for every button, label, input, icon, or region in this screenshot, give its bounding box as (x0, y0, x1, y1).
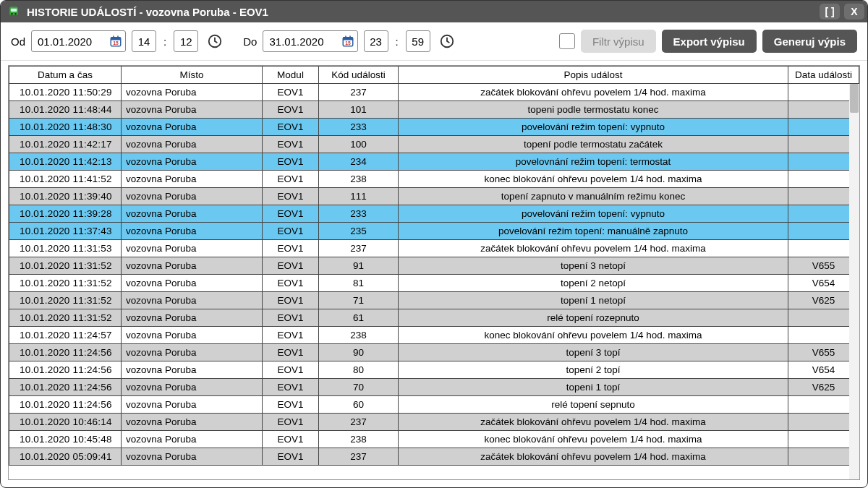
cell-place: vozovna Poruba (122, 101, 263, 119)
calendar-icon[interactable]: 15 (341, 35, 354, 48)
cell-module: EOV1 (263, 84, 319, 101)
cell-module: EOV1 (263, 153, 319, 171)
cell-module: EOV1 (263, 188, 319, 205)
svg-rect-13 (349, 36, 351, 39)
cell-code: 238 (319, 171, 399, 188)
scrollbar-thumb[interactable] (850, 84, 859, 113)
cell-code: 237 (319, 84, 399, 101)
svg-point-2 (11, 13, 13, 15)
cell-place: vozovna Poruba (122, 136, 263, 153)
cell-datetime: 10.01.2020 11:50:29 (9, 84, 122, 101)
cell-desc: topení 1 netopí (399, 292, 788, 309)
filter-checkbox[interactable] (559, 33, 575, 49)
scrollbar[interactable] (849, 84, 859, 479)
cell-module: EOV1 (263, 136, 319, 153)
window-title: HISTORIE UDÁLOSTÍ - vozovna Poruba - EOV… (27, 6, 815, 18)
from-date-input[interactable]: 01.01.2020 15 (31, 30, 126, 52)
to-min-input[interactable]: 59 (406, 30, 430, 52)
from-label: Od (11, 35, 25, 48)
cell-place: vozovna Poruba (122, 379, 263, 396)
table-row[interactable]: 10.01.2020 11:42:13vozovna PorubaEOV1234… (9, 153, 859, 171)
table-row[interactable]: 10.01.2020 11:42:17vozovna PorubaEOV1100… (9, 136, 859, 153)
to-hour-input[interactable]: 23 (364, 30, 388, 52)
cell-desc: začátek blokování ohřevu povelem 1/4 hod… (399, 240, 788, 257)
cell-module: EOV1 (263, 431, 319, 448)
cell-code: 71 (319, 292, 399, 309)
filter-button[interactable]: Filtr výpisu (581, 30, 656, 53)
calendar-icon[interactable]: 15 (109, 35, 122, 48)
cell-desc: topení 3 netopí (399, 257, 788, 275)
svg-point-3 (14, 13, 17, 15)
cell-module: EOV1 (263, 240, 319, 257)
table-row[interactable]: 10.01.2020 11:24:56vozovna PorubaEOV160r… (9, 396, 859, 414)
table-row[interactable]: 10.01.2020 11:24:56vozovna PorubaEOV190t… (9, 344, 859, 361)
table-row[interactable]: 10.01.2020 05:09:41vozovna PorubaEOV1237… (9, 448, 859, 466)
table-row[interactable]: 10.01.2020 11:39:40vozovna PorubaEOV1111… (9, 188, 859, 205)
cell-data (788, 171, 859, 188)
table-row[interactable]: 10.01.2020 11:31:52vozovna PorubaEOV191t… (9, 257, 859, 275)
cell-desc: topení zapnuto v manuálním režimu konec (399, 188, 788, 205)
col-place[interactable]: Místo (122, 67, 263, 84)
table-row[interactable]: 10.01.2020 11:48:44vozovna PorubaEOV1101… (9, 101, 859, 119)
cell-desc: topení podle termostatu začátek (399, 136, 788, 153)
cell-place: vozovna Poruba (122, 309, 263, 327)
clock-icon[interactable] (207, 33, 223, 49)
cell-datetime: 10.01.2020 11:39:28 (9, 205, 122, 223)
col-code[interactable]: Kód události (319, 67, 399, 84)
export-button[interactable]: Export výpisu (662, 30, 757, 53)
cell-place: vozovna Poruba (122, 327, 263, 344)
cell-datetime: 10.01.2020 05:09:41 (9, 448, 122, 466)
from-min-input[interactable]: 12 (174, 30, 198, 52)
cell-datetime: 10.01.2020 11:31:52 (9, 309, 122, 327)
col-data[interactable]: Data události (788, 67, 859, 84)
cell-datetime: 10.01.2020 11:48:30 (9, 119, 122, 136)
table-row[interactable]: 10.01.2020 11:24:56vozovna PorubaEOV170t… (9, 379, 859, 396)
svg-rect-5 (111, 38, 121, 40)
table-row[interactable]: 10.01.2020 11:37:43vozovna PorubaEOV1235… (9, 223, 859, 240)
table-area: Datum a čas Místo Modul Kód události Pop… (1, 61, 867, 487)
table-row[interactable]: 10.01.2020 10:46:14vozovna PorubaEOV1237… (9, 414, 859, 431)
table-row[interactable]: 10.01.2020 11:39:28vozovna PorubaEOV1233… (9, 205, 859, 223)
table-row[interactable]: 10.01.2020 11:31:52vozovna PorubaEOV171t… (9, 292, 859, 309)
table-row[interactable]: 10.01.2020 11:24:56vozovna PorubaEOV180t… (9, 361, 859, 379)
col-module[interactable]: Modul (263, 67, 319, 84)
cell-data (788, 119, 859, 136)
table-row[interactable]: 10.01.2020 10:45:48vozovna PorubaEOV1238… (9, 431, 859, 448)
cell-module: EOV1 (263, 448, 319, 466)
cell-place: vozovna Poruba (122, 223, 263, 240)
table-row[interactable]: 10.01.2020 11:31:53vozovna PorubaEOV1237… (9, 240, 859, 257)
svg-rect-7 (117, 36, 119, 39)
maximize-button[interactable]: [ ] (820, 4, 840, 20)
cell-datetime: 10.01.2020 11:31:52 (9, 292, 122, 309)
cell-code: 90 (319, 344, 399, 361)
cell-data: V654 (788, 361, 859, 379)
table-row[interactable]: 10.01.2020 11:31:52vozovna PorubaEOV161r… (9, 309, 859, 327)
to-date-input[interactable]: 31.01.2020 15 (263, 30, 357, 52)
clock-icon[interactable] (439, 33, 455, 49)
toolbar: Od 01.01.2020 15 14 : 12 Do 31.01.2020 1… (1, 22, 867, 61)
cell-module: EOV1 (263, 101, 319, 119)
time-colon: : (394, 35, 400, 48)
cell-module: EOV1 (263, 309, 319, 327)
table-row[interactable]: 10.01.2020 11:50:29vozovna PorubaEOV1237… (9, 84, 859, 101)
cell-module: EOV1 (263, 171, 319, 188)
close-button[interactable]: X (844, 4, 864, 20)
cell-module: EOV1 (263, 223, 319, 240)
cell-module: EOV1 (263, 275, 319, 292)
table-row[interactable]: 10.01.2020 11:31:52vozovna PorubaEOV181t… (9, 275, 859, 292)
table-row[interactable]: 10.01.2020 11:41:52vozovna PorubaEOV1238… (9, 171, 859, 188)
cell-desc: konec blokování ohřevu povelem 1/4 hod. … (399, 431, 788, 448)
cell-desc: topení 2 topí (399, 361, 788, 379)
col-desc[interactable]: Popis událost (399, 67, 788, 84)
cell-data: V654 (788, 275, 859, 292)
cell-code: 100 (319, 136, 399, 153)
table-row[interactable]: 10.01.2020 11:24:57vozovna PorubaEOV1238… (9, 327, 859, 344)
from-hour-input[interactable]: 14 (132, 30, 156, 52)
cell-module: EOV1 (263, 379, 319, 396)
cell-datetime: 10.01.2020 11:31:52 (9, 257, 122, 275)
table-row[interactable]: 10.01.2020 11:48:30vozovna PorubaEOV1233… (9, 119, 859, 136)
col-datetime[interactable]: Datum a čas (9, 67, 122, 84)
generate-button[interactable]: Generuj výpis (762, 30, 857, 53)
cell-datetime: 10.01.2020 11:48:44 (9, 101, 122, 119)
cell-datetime: 10.01.2020 11:24:56 (9, 361, 122, 379)
